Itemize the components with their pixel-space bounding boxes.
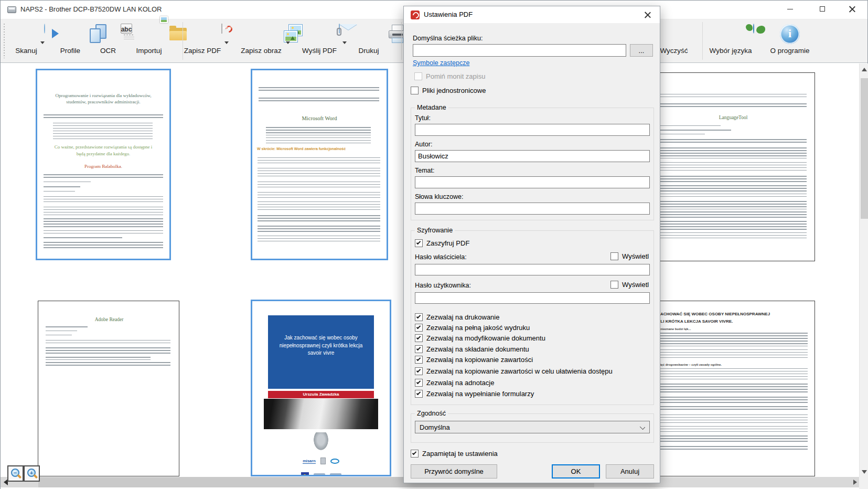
scroll-right-arrow[interactable] bbox=[853, 480, 857, 485]
dialog-title: Ustawienia PDF bbox=[424, 10, 473, 18]
doc6-lead2: więć drogowskazów – czyli zasady ogólne. bbox=[658, 363, 722, 366]
text-lines bbox=[44, 230, 163, 235]
vertical-scrollbar-thumb[interactable] bbox=[861, 78, 868, 219]
thumbnail-doc4[interactable]: Jak zachować się wobec osoby niepełnospr… bbox=[251, 300, 391, 476]
scan-dropdown-arrow[interactable] bbox=[40, 41, 45, 44]
doc2-note: W skrócie: Microsoft Word zawiera funkcj… bbox=[257, 147, 385, 151]
ok-button[interactable]: OK bbox=[552, 464, 600, 479]
restore-defaults-button[interactable]: Przywróć domyślne bbox=[411, 464, 497, 479]
encryption-group-label: Szyfrowanie bbox=[415, 227, 455, 234]
toolbar-button-ocr[interactable]: abc OCR bbox=[90, 19, 126, 62]
allow-copy-accessibility-checkbox[interactable] bbox=[415, 367, 423, 375]
text-lines bbox=[658, 333, 808, 346]
toolbar-button-clear[interactable]: Wyczyść bbox=[655, 19, 693, 62]
text-lines bbox=[658, 162, 807, 172]
default-path-input[interactable] bbox=[413, 44, 626, 57]
maximize-icon bbox=[820, 6, 825, 12]
text-lines bbox=[44, 186, 80, 188]
text-lines bbox=[44, 191, 75, 193]
cancel-button[interactable]: Anuluj bbox=[606, 464, 654, 479]
text-lines bbox=[258, 226, 380, 232]
text-lines bbox=[258, 201, 380, 211]
text-lines bbox=[658, 134, 705, 135]
thumbnail-doc2[interactable]: Microsoft Word W skrócie: Microsoft Word… bbox=[251, 69, 388, 260]
thumbnail-doc3[interactable]: Adobe Reader bbox=[38, 301, 179, 476]
text-lines bbox=[259, 98, 379, 103]
maximize-button[interactable] bbox=[810, 1, 834, 17]
scroll-down-arrow[interactable] bbox=[862, 470, 867, 474]
pdf-settings-dialog: Ustawienia PDF Domyślna ścieżka pliku: .… bbox=[403, 6, 660, 483]
close-button[interactable] bbox=[840, 1, 864, 17]
doc4-title: Jak zachować się wobec osoby niepełnospr… bbox=[276, 334, 366, 357]
paperclip-icon bbox=[337, 28, 341, 36]
allow-assembly-checkbox[interactable] bbox=[415, 345, 423, 353]
browse-button[interactable]: ... bbox=[630, 44, 653, 57]
text-lines bbox=[658, 94, 807, 99]
keywords-input[interactable] bbox=[415, 203, 650, 215]
thumbnail-doc5[interactable]: LanguageTool bbox=[650, 72, 815, 261]
subject-input[interactable] bbox=[415, 176, 650, 188]
toolbar-button-scan[interactable]: Skanuj bbox=[8, 19, 45, 62]
allow-modification-checkbox[interactable] bbox=[415, 334, 423, 342]
author-input[interactable] bbox=[415, 150, 650, 162]
toolbar-button-email-pdf[interactable]: Wyślij PDF bbox=[299, 19, 339, 62]
show-user-password-checkbox[interactable] bbox=[610, 281, 618, 289]
save-image-dropdown-arrow[interactable] bbox=[286, 41, 290, 44]
allow-full-quality-checkbox[interactable] bbox=[415, 324, 423, 332]
permission-row-copy: Zezwalaj na kopiowanie zawartości bbox=[415, 356, 533, 364]
owner-password-input[interactable] bbox=[415, 264, 650, 275]
email-pdf-dropdown-arrow[interactable] bbox=[342, 41, 347, 44]
save-pdf-dropdown-arrow[interactable] bbox=[224, 41, 229, 44]
vertical-scrollbar[interactable] bbox=[859, 63, 868, 477]
zoom-out-button[interactable]: − bbox=[7, 465, 24, 482]
compatibility-dropdown[interactable]: Domyślna bbox=[415, 421, 650, 433]
toolbar-button-save-pdf[interactable]: PDF Zapisz PDF bbox=[183, 19, 222, 62]
allow-annotations-checkbox[interactable] bbox=[415, 379, 423, 387]
doc6-lead1: o nieznane budzi lęk... bbox=[658, 327, 691, 331]
show-owner-password-checkbox[interactable] bbox=[610, 252, 618, 260]
misarn-logo: misarn bbox=[303, 459, 316, 464]
toolbar-button-about[interactable]: i O programie bbox=[766, 19, 813, 62]
user-password-input[interactable] bbox=[415, 292, 650, 304]
text-lines bbox=[658, 349, 808, 360]
doc3-heading: Adobe Reader bbox=[57, 317, 162, 322]
zoom-in-button[interactable]: + bbox=[24, 465, 40, 482]
encrypt-pdf-checkbox[interactable] bbox=[415, 239, 423, 247]
text-lines bbox=[658, 221, 807, 230]
show-owner-password-row: Wyświetl bbox=[610, 252, 649, 260]
toolbar-button-profiles[interactable]: Profile bbox=[52, 19, 89, 62]
allow-printing-checkbox[interactable] bbox=[415, 313, 423, 321]
minimize-button[interactable] bbox=[778, 1, 802, 17]
remember-settings-checkbox[interactable] bbox=[411, 450, 419, 458]
text-lines bbox=[46, 357, 151, 360]
permission-row-copy-accessibility: Zezwalaj na kopiowanie zawartości w celu… bbox=[415, 367, 613, 375]
toolbar-button-print[interactable]: Drukuj bbox=[350, 19, 388, 62]
toolbar-button-save-image[interactable]: Zapisz obraz bbox=[239, 19, 283, 62]
chevron-down-icon bbox=[640, 424, 645, 430]
permission-row-print: Zezwalaj na drukowanie bbox=[415, 313, 499, 321]
dialog-close-button[interactable] bbox=[636, 7, 659, 23]
scroll-up-arrow[interactable] bbox=[862, 68, 867, 71]
toolbar-button-import[interactable]: Importuj bbox=[130, 19, 168, 62]
text-lines bbox=[658, 435, 808, 443]
text-lines bbox=[44, 207, 163, 216]
text-lines bbox=[658, 211, 807, 218]
subject-label: Temat: bbox=[415, 167, 435, 174]
text-lines bbox=[658, 147, 807, 158]
single-page-files-checkbox[interactable] bbox=[411, 87, 419, 94]
toolbar-button-language[interactable]: Wybór języka bbox=[708, 19, 754, 62]
thumbnail-doc6[interactable]: ZACHOWAĆ SIĘ WOBEC OSOBY NIEPEŁNOSPRAWNE… bbox=[650, 301, 815, 476]
text-lines bbox=[46, 331, 77, 332]
text-lines bbox=[658, 232, 807, 239]
thumbnail-doc1[interactable]: Oprogramowanie i rozwiązania dla wykłado… bbox=[36, 69, 171, 260]
allow-form-filling-checkbox[interactable] bbox=[415, 390, 423, 398]
allow-copy-checkbox[interactable] bbox=[415, 356, 423, 364]
keywords-label: Słowa kluczowe: bbox=[415, 193, 463, 200]
text-lines bbox=[44, 242, 163, 249]
text-lines bbox=[258, 157, 380, 164]
logo-blob bbox=[330, 473, 341, 477]
show-user-password-row: Wyświetl bbox=[610, 281, 649, 289]
title-input[interactable] bbox=[415, 124, 650, 136]
placeholders-link[interactable]: Symbole zastępcze bbox=[413, 59, 469, 67]
info-icon: i bbox=[780, 24, 800, 44]
